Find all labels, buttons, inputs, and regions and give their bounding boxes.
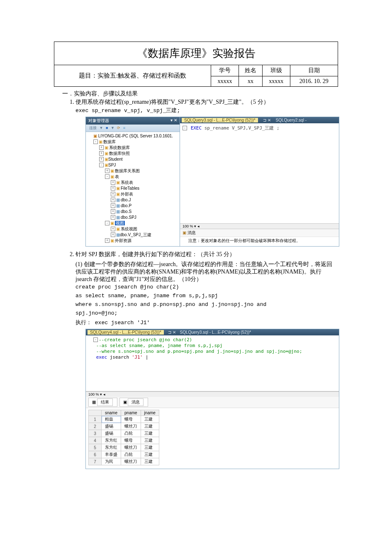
q2-code-2: as select sname, pname, jname from s,p,j… (75, 293, 338, 299)
col-pname[interactable]: pname (121, 410, 141, 416)
active-tab-2[interactable]: SQLQuery4.sql - L...E-PC\liyong (53))* (88, 330, 164, 335)
row-number: 1 (89, 416, 102, 423)
dbo-j-node[interactable]: dbo.J (121, 198, 131, 202)
grid-cell[interactable]: 螺丝刀 (121, 444, 141, 451)
col-date: 日期 (290, 65, 338, 76)
results-tab[interactable]: ▦ 结果 (88, 398, 117, 407)
report-header-table: 题目：实验五:触发器、存储过程和函数 学号 姓名 班级 日期 xxxxx xx … (54, 65, 338, 87)
grid-cell[interactable]: 螺丝刀 (121, 458, 141, 465)
dbo-spj-node[interactable]: dbo.SPJ (121, 215, 136, 220)
ed-exec-kw: exec (96, 355, 107, 360)
grid-cell[interactable]: 盛锡 (102, 430, 121, 437)
sysviews-node[interactable]: 系统视图 (121, 227, 137, 231)
message-text: 注意：更改对象名的任一部分都可能会破坏脚本和存储过程。 (180, 237, 339, 246)
vspj-view-node[interactable]: dbo.V_SPJ_三建 (120, 232, 151, 237)
views-node[interactable]: 视图 (115, 221, 125, 225)
object-tree[interactable]: ▣ LIYONG-DE-PC (SQL Server 13.0.1601. -▣… (86, 132, 180, 246)
messages-tab[interactable]: ▣消息 (180, 229, 339, 237)
table-row[interactable]: 5东方红螺丝刀三建 (89, 444, 159, 451)
list-icon[interactable]: ≡ (123, 126, 125, 130)
grid-cell[interactable]: 三建 (141, 416, 159, 423)
table-row[interactable]: 2盛锡螺丝刀三建 (89, 423, 159, 430)
databases-node[interactable]: 数据库 (103, 139, 116, 144)
snap-node[interactable]: 数据库快照 (109, 151, 130, 156)
filetables-node[interactable]: FileTables (121, 186, 139, 191)
ed-line-2: --as select sname, pname, jname from s,p… (96, 343, 223, 348)
grid-cell[interactable]: 凸轮 (121, 451, 141, 458)
grid-cell[interactable]: 三建 (141, 437, 159, 444)
grid-cell[interactable]: 凸轮 (121, 430, 141, 437)
grid-cell[interactable]: 螺母 (121, 437, 141, 444)
sql-text: sp_rename V_SPJ,V_SPJ_三建 ; (202, 125, 280, 131)
results-grid[interactable]: sname pname jname 1精益螺母三建2盛锡螺丝刀三建3盛锡凸轮三建… (88, 410, 159, 465)
sql-editor[interactable]: - EXEC sp_rename V_SPJ,V_SPJ_三建 ; (180, 123, 339, 223)
external-resources-node[interactable]: 外部资源 (115, 238, 131, 243)
q2-code-4: spj.jno=@jno; (75, 310, 338, 316)
grid-cell[interactable]: 三建 (141, 430, 159, 437)
val-date: 2016. 10. 29 (290, 76, 338, 87)
messages-tab-2[interactable]: ▣ 消息 (119, 398, 149, 407)
table-row[interactable]: 1精益螺母三建 (89, 416, 159, 423)
grid-cell[interactable]: 为民 (102, 458, 121, 465)
col-id: 学号 (211, 65, 239, 76)
grid-cell[interactable]: 丰泰盛 (102, 451, 121, 458)
refresh-icon[interactable]: ⟳ (117, 126, 120, 130)
ed-proc-name: jsearch (107, 355, 132, 360)
ssms-screenshot-2: SQLQuery4.sql - L...E-PC\liyong (53))* ⊐… (85, 329, 339, 469)
connect-icon[interactable]: 连接 (89, 126, 97, 130)
zoom-bar[interactable]: 100 % ▾ ◂ (180, 223, 339, 229)
spj-db-node[interactable]: SPJ (108, 163, 116, 167)
row-number: 7 (89, 458, 102, 465)
zoom-bar-2[interactable]: 100 % ▾ ◂ (86, 391, 339, 397)
grid-cell[interactable]: 盛锡 (102, 423, 121, 430)
diagrams-node[interactable]: 数据库关系图 (115, 169, 140, 173)
filter-icon[interactable]: ■ (106, 126, 108, 130)
table-row[interactable]: 4东方红螺母三建 (89, 437, 159, 444)
col-jname[interactable]: jname (141, 410, 159, 416)
tables-node[interactable]: 表 (115, 174, 119, 179)
grid-cell[interactable]: 三建 (141, 444, 159, 451)
inactive-tab-2[interactable]: SQLQuery3.sql - L...E-PC\liyong (52))* (180, 330, 251, 335)
inactive-tab[interactable]: SQLQuery2.sql - (276, 118, 307, 122)
ed-line-1: --create proc jsearch @jno char(2) (99, 337, 192, 342)
col-name: 姓名 (239, 65, 262, 76)
external-tables-node[interactable]: 外部表 (121, 192, 133, 196)
grid-cell[interactable]: 螺母 (121, 416, 141, 423)
q1-code: exec sp_rename v_spj, v_spj_三建; (75, 107, 338, 114)
grid-cell[interactable]: 东方红 (102, 437, 121, 444)
ed-line-3: --where s.sno=spj.sno and p.pno=spj.pno … (96, 349, 302, 354)
active-tab[interactable]: SQLQuery3.sql - L...E-PC\liyong (52))* (182, 118, 258, 122)
sysdb-node[interactable]: 系统数据库 (109, 145, 130, 150)
table-row[interactable]: 7为民螺丝刀三建 (89, 458, 159, 465)
table-row[interactable]: 6丰泰盛凸轮三建 (89, 451, 159, 458)
object-explorer-title: 对象管理器 ▾ ✕ (86, 117, 180, 125)
grid-cell[interactable]: 三建 (141, 423, 159, 430)
student-db-node[interactable]: Student (108, 157, 122, 161)
editor-tabbar[interactable]: SQLQuery3.sql - L...E-PC\liyong (52))* ⊐… (180, 117, 339, 123)
grid-cell[interactable]: 三建 (141, 458, 159, 465)
grid-cell[interactable]: 精益 (102, 416, 121, 423)
val-name: xx (239, 76, 262, 87)
server-node[interactable]: LIYONG-DE-PC (SQL Server 13.0.1601. (98, 134, 173, 138)
result-tabs[interactable]: ▦ 结果 ▣ 消息 (86, 397, 339, 408)
object-explorer-toolbar[interactable]: 连接 ▼ ■ ▼ ⟳ ≡ (86, 125, 180, 132)
dbo-p-node[interactable]: dbo.P (121, 203, 131, 208)
table-row[interactable]: 3盛锡凸轮三建 (89, 430, 159, 437)
q2-intro: 针对 SPJ 数据库，创建并执行如下的存储过程：（共计 35 分） (75, 251, 235, 257)
report-title: 《数据库原理》实验报告 (54, 42, 338, 65)
editor-tabbar-2[interactable]: SQLQuery4.sql - L...E-PC\liyong (53))* ⊐… (86, 329, 339, 335)
row-number: 5 (89, 444, 102, 451)
row-number: 2 (89, 423, 102, 430)
sql-editor-2[interactable]: ---create proc jsearch @jno char(2) --as… (86, 335, 339, 391)
systables-node[interactable]: 系统表 (121, 180, 133, 185)
dropdown2-icon[interactable]: ▼ (111, 126, 114, 130)
col-sname[interactable]: sname (102, 410, 121, 416)
grid-cell[interactable]: 三建 (141, 451, 159, 458)
object-explorer: 对象管理器 ▾ ✕ 连接 ▼ ■ ▼ ⟳ ≡ ▣ LIYONG-DE-PC (S… (86, 117, 180, 246)
grid-cell[interactable]: 东方红 (102, 444, 121, 451)
dbo-s-node[interactable]: dbo.S (121, 209, 131, 214)
dropdown-icon[interactable]: ▼ (100, 126, 103, 130)
q2-code-1: create proc jsearch @jno char(2) (75, 284, 338, 290)
grid-cell[interactable]: 螺丝刀 (121, 423, 141, 430)
question-1: 使用系统存储过程(sp_rename)将视图"V_SPJ"更名为"V_SPJ_三… (75, 98, 338, 247)
